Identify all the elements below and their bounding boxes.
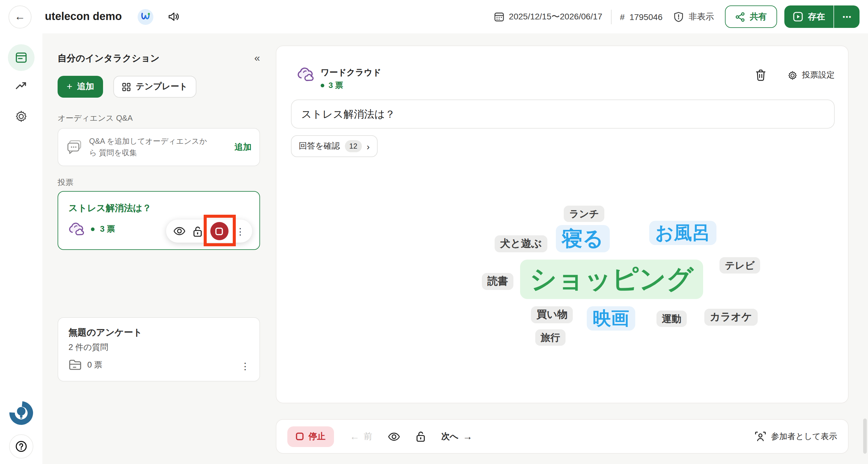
question-circle-icon (14, 440, 28, 453)
survey-kebab-menu[interactable]: ⋮ (241, 361, 250, 371)
previous-button[interactable]: ← 前 (350, 431, 372, 442)
wordcloud-word: 買い物 (531, 306, 573, 324)
present-split-button: 存在 ⋯ (784, 5, 860, 28)
rail-item-analytics[interactable] (14, 80, 28, 93)
event-dates: 2025/12/15〜2026/06/17 (494, 11, 602, 22)
wordcloud-word: 映画 (587, 306, 635, 330)
qa-chat-bubbles-icon (66, 139, 83, 155)
wordcloud-word: 旅行 (535, 329, 565, 346)
share-label: 共有 (750, 11, 767, 22)
wordcloud-word: テレビ (719, 257, 760, 273)
poll-votes: 3 票 (100, 224, 115, 235)
poll-kebab-menu[interactable]: ⋮ (236, 227, 245, 236)
view-as-participant-label: 参加者として表示 (771, 431, 837, 442)
template-button[interactable]: テンプレート (113, 76, 196, 98)
collapse-panel-icon[interactable]: « (254, 52, 260, 64)
participant-view-icon (755, 431, 766, 441)
presenter-controls-bar: 停止 ← 前 次へ → 参加者として表示 (276, 419, 848, 454)
back-arrow-icon: ← (14, 10, 26, 23)
survey-folder-icon (68, 359, 82, 371)
interactions-panel-icon (14, 51, 28, 64)
share-button[interactable]: 共有 (725, 5, 777, 28)
wordcloud-word: ランチ (564, 206, 604, 222)
webex-glyph (141, 13, 150, 21)
live-dot (91, 228, 95, 231)
back-button[interactable]: ← (8, 5, 32, 28)
top-bar: ← utelecon demo (0, 0, 868, 33)
next-button[interactable]: 次へ → (441, 431, 472, 442)
qa-empty-card: Q&A を追加してオーディエンスから 質問を収集 追加 (58, 128, 260, 166)
announcement-speaker-icon[interactable] (168, 11, 179, 22)
left-rail (0, 33, 42, 464)
poll-detail-card: ワードクラウド 3 票 投票設定 ストレス解消法は？ 回答を確認 12 › ラン… (276, 46, 848, 403)
polls-section-label: 投票 (58, 177, 73, 188)
rail-item-settings[interactable] (14, 110, 28, 123)
poll-card-survey[interactable]: 無題のアンケート 2 件の質問 0 票 ⋮ (58, 317, 260, 381)
event-code: # 1795046 (620, 12, 662, 22)
event-code-value: 1795046 (629, 12, 662, 22)
unlock-icon[interactable] (193, 225, 203, 237)
slido-lightbulb-icon (8, 400, 34, 426)
wordcloud-word: 寝る (556, 225, 610, 252)
wordcloud-word: 運動 (656, 311, 687, 327)
app-window: ← utelecon demo (0, 0, 868, 464)
view-as-participant-button[interactable]: 参加者として表示 (755, 431, 837, 442)
ellipsis-icon: ⋯ (842, 11, 851, 22)
wordcloud-canvas: ランチ 寝る お風呂 犬と遊ぶ テレビ 読書 ショッピング 買い物 映画 運動 … (276, 46, 849, 404)
stop-button[interactable]: 停止 (287, 426, 334, 447)
present-more-button[interactable]: ⋯ (833, 5, 860, 28)
add-label: 追加 (77, 81, 94, 92)
help-button[interactable] (9, 434, 33, 459)
present-label: 存在 (808, 11, 825, 22)
visibility-status[interactable]: 非表示 (674, 11, 714, 22)
share-nodes-icon (735, 12, 745, 22)
click-annotation-box (204, 215, 236, 246)
survey-votes: 0 票 (87, 359, 102, 370)
stop-label: 停止 (309, 431, 326, 442)
trend-up-icon (14, 80, 28, 93)
plus-icon: + (67, 81, 72, 92)
scrollbar-thumb[interactable] (863, 418, 867, 454)
arrow-left-icon: ← (350, 431, 360, 442)
template-grid-icon (122, 82, 131, 91)
hide-results-eye-icon[interactable] (388, 432, 400, 441)
previous-label: 前 (364, 431, 372, 442)
qa-section-label: オーディエンス Q&A (58, 113, 133, 124)
event-title: utelecon demo (45, 10, 122, 23)
wordcloud-icon (68, 222, 86, 236)
template-label: テンプレート (136, 81, 188, 92)
next-label: 次へ (441, 431, 459, 442)
wordcloud-word: カラオケ (704, 309, 757, 326)
present-button[interactable]: 存在 (784, 5, 833, 28)
date-range: 2025/12/15〜2026/06/17 (509, 11, 602, 22)
add-button[interactable]: + 追加 (58, 76, 103, 98)
interactions-panel: 自分のインタラクション « (58, 52, 260, 64)
visibility-label: 非表示 (689, 11, 714, 22)
divider (611, 9, 611, 24)
eye-icon[interactable] (173, 226, 185, 236)
survey-title: 無題のアンケート (68, 327, 143, 339)
wordcloud-word: 犬と遊ぶ (495, 235, 547, 253)
qa-add-link[interactable]: 追加 (235, 142, 252, 152)
present-play-icon (793, 11, 803, 22)
arrow-right-icon: → (463, 431, 472, 442)
hash-icon: # (620, 12, 625, 22)
wordcloud-word: お風呂 (649, 221, 716, 245)
poll-title: ストレス解消法は？ (68, 203, 152, 214)
panel-title: 自分のインタラクション (58, 53, 159, 64)
wordcloud-word: 読書 (482, 273, 514, 290)
survey-subtitle: 2 件の質問 (68, 342, 108, 353)
calendar-icon (494, 11, 504, 22)
lock-voting-icon[interactable] (416, 431, 426, 442)
wordcloud-word: ショッピング (520, 260, 703, 299)
shield-alert-icon (674, 11, 684, 22)
qa-empty-text: Q&A を追加してオーディエンスから 質問を収集 (89, 136, 213, 158)
gear-icon (14, 110, 28, 123)
stop-square-icon (296, 432, 304, 440)
slido-logo (8, 400, 34, 426)
rail-item-interactions[interactable] (8, 44, 35, 71)
webex-logo-icon[interactable] (137, 9, 153, 25)
